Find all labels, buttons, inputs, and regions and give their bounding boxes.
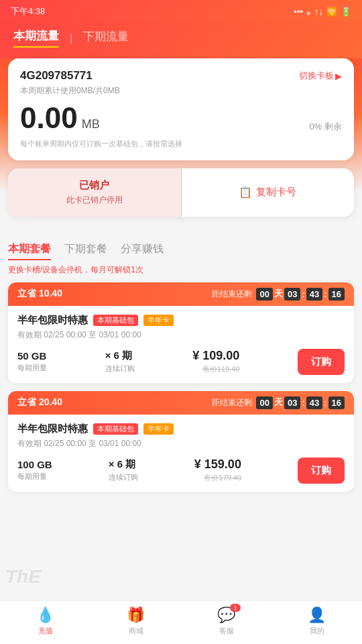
package-card-2: 立省 20.40 距结束还剩 00 天 03 : 43 : 16 半年包限时特惠… bbox=[8, 391, 354, 492]
days-box-1: 00 bbox=[256, 288, 272, 301]
package-card-1: 立省 10.40 距结束还剩 00 天 03 : 43 : 16 半年包限时特惠… bbox=[8, 282, 354, 383]
data-gb-1: 50 GB bbox=[17, 350, 47, 362]
original-price-1: 售价119.40 bbox=[202, 364, 240, 374]
switch-card-button[interactable]: 切换卡板 ▶ bbox=[299, 70, 342, 82]
data-amount: 0.00 MB bbox=[20, 103, 100, 133]
periods-value-1: × 6 期 bbox=[105, 350, 135, 362]
periods-label-1: 连续订购 bbox=[105, 364, 135, 374]
nav-shop[interactable]: 🎁 商城 bbox=[116, 606, 156, 636]
service-icon: 💬 1 bbox=[217, 606, 235, 624]
data-number: 0.00 bbox=[20, 103, 78, 133]
tab-next-package[interactable]: 下期套餐 bbox=[64, 242, 107, 260]
nav-recharge[interactable]: 💧 充值 bbox=[25, 606, 66, 636]
tab-current-package[interactable]: 本期套餐 bbox=[8, 242, 51, 260]
network-icon: ↑↓ bbox=[314, 7, 323, 17]
seconds-box-2: 16 bbox=[328, 396, 345, 409]
countdown-boxes-2: 00 天 03 : 43 : 16 bbox=[256, 396, 345, 409]
countdown-area-1: 距结束还剩 00 天 03 : 43 : 16 bbox=[212, 288, 345, 301]
package-title-2: 半年包限时特惠 bbox=[17, 423, 88, 435]
tag-base-1: 本期基础包 bbox=[93, 315, 138, 326]
phone-row: 4G209785771 切换卡板 ▶ bbox=[20, 69, 342, 83]
package-title-1: 半年包限时特惠 bbox=[17, 314, 88, 327]
shop-icon: 🎁 bbox=[127, 606, 145, 624]
info-card: 4G209785771 切换卡板 ▶ 本周期累计使用0MB/共0MB 0.00 … bbox=[8, 58, 354, 160]
notice-text: 每个账单周期内仅可订购一次基础包，请按需选择 bbox=[20, 138, 342, 150]
status-bar: 下午4:38 ••• ⁎ ↑↓ 🛜 🔋 bbox=[0, 0, 362, 21]
tag-half-2: 半年卡 bbox=[143, 423, 174, 435]
tab-current-flow[interactable]: 本期流量 bbox=[13, 28, 59, 48]
buy-button-2[interactable]: 订购 bbox=[298, 458, 345, 484]
tab-divider: | bbox=[70, 32, 72, 44]
minutes-box-1: 43 bbox=[306, 288, 322, 301]
bluetooth-icon: ⁎ bbox=[306, 7, 311, 17]
data-unit: MB bbox=[82, 117, 100, 131]
save-badge-2: 立省 20.40 bbox=[17, 396, 62, 409]
package-price-2: ¥ 159.00 售价179.40 bbox=[194, 458, 241, 483]
nav-mine[interactable]: 👤 我的 bbox=[297, 606, 337, 636]
package-details-row-2: 100 GB 每期用量 × 6 期 连续订购 ¥ 159.00 售价179.40… bbox=[17, 458, 345, 484]
package-body-1: 半年包限时特惠 本期基础包 半年卡 有效期 02/25 00:00 至 03/0… bbox=[8, 306, 354, 383]
remaining-percent: 0% 剩余 bbox=[310, 121, 342, 133]
seconds-box-1: 16 bbox=[328, 288, 345, 301]
service-badge: 1 bbox=[230, 604, 241, 612]
package-data-1: 50 GB 每期用量 bbox=[17, 350, 47, 373]
cancelled-card: 已销户 此卡已销户停用 📋 复制卡号 bbox=[8, 168, 354, 217]
package-data-2: 100 GB 每期用量 bbox=[17, 459, 52, 482]
package-periods-1: × 6 期 连续订购 bbox=[105, 350, 135, 374]
days-box-2: 00 bbox=[256, 396, 272, 409]
bottom-nav: 💧 充值 🎁 商城 💬 1 客服 👤 我的 bbox=[0, 600, 362, 644]
package-validity-2: 有效期 02/25 00:00 至 03/01 00:00 bbox=[17, 438, 345, 449]
service-label: 客服 bbox=[219, 626, 234, 636]
hours-box-1: 03 bbox=[284, 288, 300, 301]
package-price-1: ¥ 109.00 售价119.40 bbox=[192, 349, 239, 374]
hours-box-2: 03 bbox=[284, 396, 300, 409]
price-value-1: ¥ 109.00 bbox=[192, 349, 239, 363]
package-title-row-2: 半年包限时特惠 本期基础包 半年卡 bbox=[17, 423, 345, 435]
recharge-label: 充值 bbox=[38, 626, 53, 636]
countdown-label-1: 距结束还剩 bbox=[212, 288, 252, 300]
original-price-2: 售价179.40 bbox=[204, 473, 241, 483]
mine-icon: 👤 bbox=[308, 606, 326, 624]
cancelled-title: 已销户 bbox=[79, 179, 109, 192]
package-details-row-1: 50 GB 每期用量 × 6 期 连续订购 ¥ 109.00 售价119.40 … bbox=[17, 349, 345, 375]
header-tabs: 本期流量 | 下期流量 bbox=[0, 21, 362, 58]
package-title-row-1: 半年包限时特惠 本期基础包 半年卡 bbox=[17, 314, 345, 327]
data-label-1: 每期用量 bbox=[17, 363, 47, 373]
buy-button-1[interactable]: 订购 bbox=[298, 349, 345, 375]
tag-base-2: 本期基础包 bbox=[93, 423, 138, 435]
phone-number: 4G209785771 bbox=[20, 69, 93, 83]
watermark: ThE bbox=[0, 564, 46, 590]
package-header-1: 立省 10.40 距结束还剩 00 天 03 : 43 : 16 bbox=[8, 282, 354, 306]
main-content: 4G209785771 切换卡板 ▶ 本周期累计使用0MB/共0MB 0.00 … bbox=[0, 58, 362, 233]
data-amount-row: 0.00 MB 0% 剩余 bbox=[20, 103, 342, 133]
copy-card-button[interactable]: 📋 复制卡号 bbox=[182, 168, 355, 217]
data-label-2: 每期用量 bbox=[17, 472, 52, 482]
recharge-icon: 💧 bbox=[36, 606, 54, 624]
shop-label: 商城 bbox=[129, 626, 143, 636]
package-header-2: 立省 20.40 距结束还剩 00 天 03 : 43 : 16 bbox=[8, 391, 354, 415]
usage-text: 本周期累计使用0MB/共0MB bbox=[20, 85, 342, 97]
tag-half-1: 半年卡 bbox=[143, 315, 174, 326]
wifi-icon: 🛜 bbox=[326, 7, 337, 17]
package-tabs: 本期套餐 下期套餐 分享赚钱 bbox=[8, 233, 354, 264]
tab-share-earn[interactable]: 分享赚钱 bbox=[121, 242, 164, 260]
save-badge-1: 立省 10.40 bbox=[17, 288, 62, 300]
nav-service[interactable]: 💬 1 客服 bbox=[206, 606, 247, 636]
package-validity-1: 有效期 02/25 00:00 至 03/01 00:00 bbox=[17, 329, 345, 341]
minutes-box-2: 43 bbox=[306, 396, 322, 409]
periods-label-2: 连续订购 bbox=[109, 472, 138, 482]
mine-label: 我的 bbox=[310, 626, 324, 636]
copy-card-label: 复制卡号 bbox=[256, 186, 296, 199]
tab-next-flow[interactable]: 下期流量 bbox=[83, 29, 129, 47]
package-body-2: 半年包限时特惠 本期基础包 半年卡 有效期 02/25 00:00 至 03/0… bbox=[8, 415, 354, 492]
chevron-right-icon: ▶ bbox=[335, 71, 342, 81]
status-icons: ••• ⁎ ↑↓ 🛜 🔋 bbox=[294, 7, 351, 17]
signal-icon: ••• bbox=[294, 7, 303, 17]
cancelled-subtitle: 此卡已销户停用 bbox=[66, 195, 123, 206]
time-display: 下午4:38 bbox=[11, 5, 45, 17]
copy-icon: 📋 bbox=[239, 186, 252, 199]
data-gb-2: 100 GB bbox=[17, 459, 52, 470]
price-value-2: ¥ 159.00 bbox=[194, 458, 241, 472]
cancelled-left: 已销户 此卡已销户停用 bbox=[8, 168, 181, 217]
periods-value-2: × 6 期 bbox=[109, 458, 138, 471]
